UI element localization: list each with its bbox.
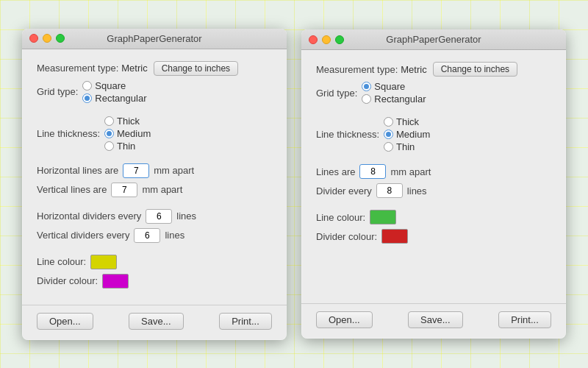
open-btn-2[interactable]: Open... xyxy=(316,311,373,328)
save-btn-1[interactable]: Save... xyxy=(129,313,183,330)
grid-rectangular-row-2[interactable]: Rectangular xyxy=(362,93,426,105)
open-btn-1[interactable]: Open... xyxy=(37,313,93,330)
medium-row-1[interactable]: Medium xyxy=(104,128,151,139)
horiz-lines-unit-1: mm apart xyxy=(154,165,194,176)
vert-lines-unit-1: mm apart xyxy=(142,184,182,195)
grid-square-radio-1[interactable] xyxy=(82,81,92,91)
grid-rectangular-row-1[interactable]: Rectangular xyxy=(82,93,146,104)
divider-colour-swatch-2[interactable] xyxy=(381,229,408,244)
line-thickness-label-1: Line thickness: xyxy=(37,128,100,139)
thick-row-2[interactable]: Thick xyxy=(384,116,430,127)
line-thickness-row-2: Line thickness: Thick Medium Thin xyxy=(316,116,551,152)
close-button-1[interactable] xyxy=(29,34,38,43)
close-button-2[interactable] xyxy=(309,35,318,44)
measurement-value-2: Metric xyxy=(401,64,426,75)
line-colour-label-2: Line colour: xyxy=(316,212,365,223)
horiz-lines-input-1[interactable] xyxy=(123,163,149,178)
thin-radio-2[interactable] xyxy=(384,142,393,152)
measurement-label-2: Measurement type: xyxy=(316,64,398,75)
divider-every-unit-2: lines xyxy=(407,185,427,197)
vert-lines-input-1[interactable] xyxy=(111,183,137,197)
divider-every-label-2: Divider every xyxy=(316,185,372,197)
line-thickness-row-1: Line thickness: Thick Medium Thin xyxy=(37,116,272,152)
measurement-row-1: Measurement type: Metric Change to inche… xyxy=(37,61,272,76)
medium-radio-2[interactable] xyxy=(384,130,393,139)
lines-input-2[interactable] xyxy=(359,164,386,179)
window-body-1: Measurement type: Metric Change to inche… xyxy=(22,49,287,305)
grid-square-label-2: Square xyxy=(374,81,405,92)
thin-row-2[interactable]: Thin xyxy=(384,141,430,152)
line-colour-label-1: Line colour: xyxy=(37,256,86,267)
grid-rectangular-radio-1[interactable] xyxy=(82,93,92,103)
thick-radio-2[interactable] xyxy=(384,117,393,127)
vert-div-row-1: Vertical dividers every lines xyxy=(37,228,272,243)
traffic-lights-1 xyxy=(29,34,65,43)
measurement-label-1: Measurement type: xyxy=(37,63,118,74)
grid-type-label-2: Grid type: xyxy=(316,88,357,99)
minimize-button-2[interactable] xyxy=(322,35,331,44)
medium-label-1: Medium xyxy=(117,128,151,139)
thick-row-1[interactable]: Thick xyxy=(104,116,151,127)
change-to-inches-btn-2[interactable]: Change to inches xyxy=(433,62,517,77)
divider-colour-swatch-1[interactable] xyxy=(102,274,129,289)
divider-colour-label-1: Divider colour: xyxy=(37,275,98,286)
medium-radio-1[interactable] xyxy=(104,129,114,138)
thick-label-1: Thick xyxy=(117,116,140,127)
line-colour-row-2: Line colour: xyxy=(316,210,551,224)
lines-label-2: Lines are xyxy=(316,166,355,177)
minimize-button-1[interactable] xyxy=(43,34,51,43)
save-btn-2[interactable]: Save... xyxy=(408,311,462,328)
window-title-2: GraphPaperGenerator xyxy=(386,34,481,45)
medium-label-2: Medium xyxy=(396,129,430,140)
grid-square-row-2[interactable]: Square xyxy=(362,81,426,92)
grid-type-options-1: Square Rectangular xyxy=(82,80,146,104)
window-1: GraphPaperGenerator Measurement type: Me… xyxy=(22,29,287,340)
line-colour-swatch-2[interactable] xyxy=(370,210,396,224)
grid-square-radio-2[interactable] xyxy=(362,82,371,91)
traffic-lights-2 xyxy=(309,35,344,44)
grid-rectangular-radio-2[interactable] xyxy=(362,94,371,104)
grid-type-value-2: Square Rectangular xyxy=(362,81,426,105)
thick-label-2: Thick xyxy=(396,116,419,127)
lines-unit-2: mm apart xyxy=(390,166,431,177)
horiz-lines-row-1: Horizontal lines are mm apart xyxy=(37,163,272,178)
divider-colour-row-1: Divider colour: xyxy=(37,274,272,289)
grid-type-options-2: Square Rectangular xyxy=(362,81,426,105)
title-bar-2: GraphPaperGenerator xyxy=(301,29,566,50)
thin-label-2: Thin xyxy=(396,141,415,152)
thin-row-1[interactable]: Thin xyxy=(104,141,151,152)
grid-type-row-1: Grid type: Square Rectangular xyxy=(37,80,272,104)
line-thickness-value-1: Thick Medium Thin xyxy=(104,116,151,152)
grid-square-row-1[interactable]: Square xyxy=(82,80,146,91)
horiz-lines-label-1: Horizontal lines are xyxy=(37,165,118,176)
zoom-button-2[interactable] xyxy=(335,35,344,44)
horiz-div-label-1: Horizontal dividers every xyxy=(37,210,141,222)
zoom-button-1[interactable] xyxy=(56,34,65,43)
thin-radio-1[interactable] xyxy=(104,141,114,151)
medium-row-2[interactable]: Medium xyxy=(384,129,430,140)
horiz-div-input-1[interactable] xyxy=(146,209,172,224)
window-title-1: GraphPaperGenerator xyxy=(107,33,201,44)
thick-radio-1[interactable] xyxy=(104,116,114,126)
line-thickness-value-2: Thick Medium Thin xyxy=(384,116,430,152)
grid-square-label-1: Square xyxy=(95,80,126,91)
print-btn-2[interactable]: Print... xyxy=(498,311,551,328)
vert-lines-row-1: Vertical lines are mm apart xyxy=(37,183,272,197)
horiz-div-row-1: Horizontal dividers every lines xyxy=(37,209,272,224)
vert-div-unit-1: lines xyxy=(165,230,184,241)
vert-div-input-1[interactable] xyxy=(134,228,160,243)
thin-label-1: Thin xyxy=(117,141,135,152)
divider-every-input-2[interactable] xyxy=(376,183,403,198)
line-colour-swatch-1[interactable] xyxy=(90,255,117,269)
grid-rectangular-label-2: Rectangular xyxy=(374,93,426,105)
vert-lines-label-1: Vertical lines are xyxy=(37,184,107,195)
print-btn-1[interactable]: Print... xyxy=(219,313,272,330)
grid-type-label-1: Grid type: xyxy=(37,86,78,97)
grid-type-value-1: Square Rectangular xyxy=(82,80,146,104)
thickness-options-2: Thick Medium Thin xyxy=(384,116,430,152)
change-to-inches-btn-1[interactable]: Change to inches xyxy=(154,61,238,76)
line-colour-row-1: Line colour: xyxy=(37,255,272,269)
thickness-options-1: Thick Medium Thin xyxy=(104,116,151,152)
line-thickness-label-2: Line thickness: xyxy=(316,129,379,140)
grid-type-row-2: Grid type: Square Rectangular xyxy=(316,81,551,105)
